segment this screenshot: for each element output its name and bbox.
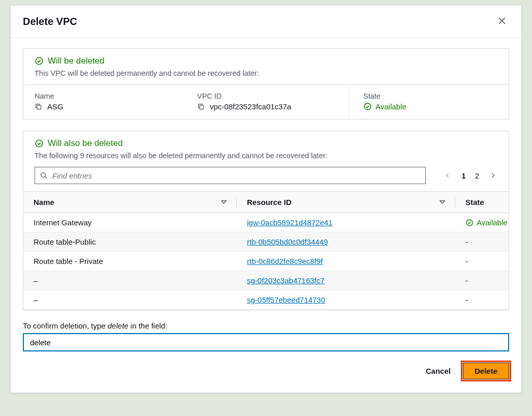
modal-header: Delete VPC xyxy=(11,6,521,38)
cancel-button[interactable]: Cancel xyxy=(423,363,454,379)
resource-link[interactable]: igw-0acb58921d4872e41 xyxy=(247,218,332,227)
cell-name: Internet Gateway xyxy=(23,213,237,232)
section2-hint: The following 9 resources will also be d… xyxy=(35,152,497,160)
close-button[interactable] xyxy=(495,14,509,29)
check-circle-icon xyxy=(35,56,44,66)
section1-hint: This VPC will be deleted permanently and… xyxy=(35,69,497,77)
cell-state: Available xyxy=(455,213,509,232)
delete-vpc-modal: Delete VPC Will be deleted This VPC will… xyxy=(10,5,522,393)
vpc-state-value: Available xyxy=(363,102,497,111)
table-row: –sg-0f203c3ab47163fc7- xyxy=(23,271,509,290)
cell-state: - xyxy=(455,271,509,290)
table-row: Route table-Publicrtb-0b505bd0c0df34449- xyxy=(23,232,509,252)
will-also-be-deleted-panel: Will also be deleted The following 9 res… xyxy=(23,131,509,310)
modal-title: Delete VPC xyxy=(23,16,77,27)
copy-icon[interactable] xyxy=(35,103,42,110)
cell-name: – xyxy=(23,290,237,310)
check-circle-icon xyxy=(465,219,474,227)
pager: 1 2 xyxy=(443,171,497,180)
page-1[interactable]: 1 xyxy=(461,171,465,180)
check-circle-icon xyxy=(35,139,44,148)
vpc-summary: Name ASG VPC ID vpc-08f23523fca01c37a St… xyxy=(23,84,509,119)
cell-name: Route table - Private xyxy=(23,252,237,271)
resource-link[interactable]: sg-05ff57ebeed714730 xyxy=(247,295,325,304)
svg-rect-2 xyxy=(200,105,204,109)
modal-footer: Cancel Delete xyxy=(11,351,521,393)
table-row: Route table - Privatertb-0c86d2fe8c9ec8f… xyxy=(23,252,509,271)
cell-state: - xyxy=(455,232,509,252)
confirm-delete-input[interactable] xyxy=(23,333,509,351)
will-also-be-deleted-status: Will also be deleted xyxy=(35,138,497,148)
col-resource-id[interactable]: Resource ID xyxy=(237,192,455,213)
cell-resource-id: sg-0f203c3ab47163fc7 xyxy=(237,271,455,290)
copy-icon[interactable] xyxy=(197,103,205,110)
resource-link[interactable]: rtb-0b505bd0c0df34449 xyxy=(247,237,328,246)
page-next-button[interactable] xyxy=(488,171,497,180)
state-label: State xyxy=(363,92,497,100)
cell-resource-id: rtb-0b505bd0c0df34449 xyxy=(237,232,455,252)
cell-resource-id: rtb-0c86d2fe8c9ec8f9f xyxy=(237,252,455,271)
table-row: Internet Gatewayigw-0acb58921d4872e41Ava… xyxy=(23,213,509,232)
cell-state: - xyxy=(455,252,509,271)
will-be-deleted-status: Will be deleted xyxy=(35,56,497,66)
sort-icon xyxy=(221,198,227,206)
resource-link[interactable]: rtb-0c86d2fe8c9ec8f9f xyxy=(247,257,323,265)
sort-icon xyxy=(440,198,445,206)
check-circle-icon xyxy=(363,102,372,111)
vpc-id-value: vpc-08f23523fca01c37a xyxy=(210,102,291,111)
delete-button[interactable]: Delete xyxy=(463,363,509,379)
col-name[interactable]: Name xyxy=(23,192,237,213)
vpcid-label: VPC ID xyxy=(197,92,337,100)
cell-resource-id: sg-05ff57ebeed714730 xyxy=(237,290,455,310)
close-icon xyxy=(497,16,507,26)
search-icon xyxy=(40,171,48,180)
chevron-left-icon xyxy=(444,172,451,179)
cell-name: Route table-Public xyxy=(23,232,237,252)
resource-link[interactable]: sg-0f203c3ab47163fc7 xyxy=(247,276,325,285)
cell-state: - xyxy=(455,290,509,310)
vpc-name-value: ASG xyxy=(47,102,64,111)
search-wrap xyxy=(35,167,426,184)
resources-table: Name Resource ID State In xyxy=(23,192,509,310)
col-state[interactable]: State xyxy=(455,192,509,213)
svg-rect-1 xyxy=(37,105,41,109)
chevron-right-icon xyxy=(489,172,496,179)
table-row: –sg-05ff57ebeed714730- xyxy=(23,290,509,310)
confirm-label: To confirm deletion, type delete in the … xyxy=(23,321,509,330)
svg-point-5 xyxy=(41,173,46,177)
resources-table-wrap[interactable]: Name Resource ID State In xyxy=(23,191,509,310)
page-2[interactable]: 2 xyxy=(475,171,479,180)
cell-name: – xyxy=(23,271,237,290)
search-input[interactable] xyxy=(35,167,426,184)
will-be-deleted-panel: Will be deleted This VPC will be deleted… xyxy=(23,48,509,120)
cell-resource-id: igw-0acb58921d4872e41 xyxy=(237,213,455,232)
modal-body: Will be deleted This VPC will be deleted… xyxy=(11,38,521,351)
page-prev-button[interactable] xyxy=(443,171,452,180)
name-label: Name xyxy=(35,92,175,100)
